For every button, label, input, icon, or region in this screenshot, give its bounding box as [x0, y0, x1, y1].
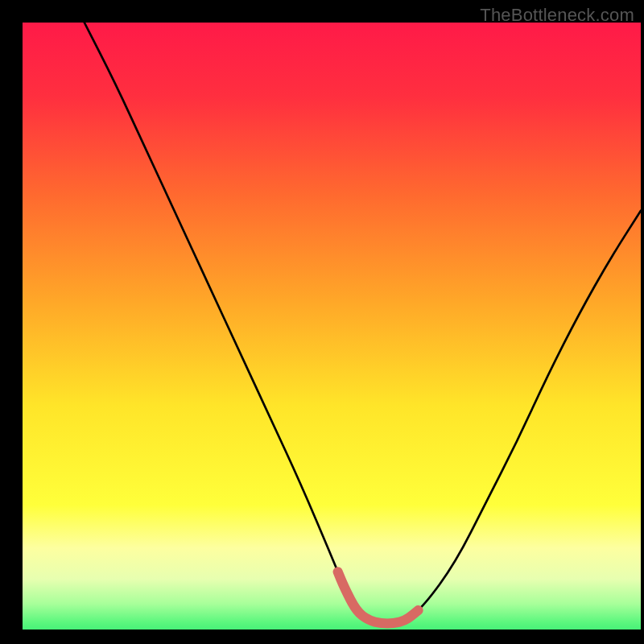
- bottleneck-trough-highlight: [338, 572, 419, 623]
- chart-frame: TheBottleneck.com: [0, 0, 644, 644]
- bottleneck-curve-line: [85, 23, 641, 623]
- curve-layer: [23, 23, 641, 630]
- plot-area: [23, 23, 641, 630]
- watermark-text: TheBottleneck.com: [480, 5, 634, 26]
